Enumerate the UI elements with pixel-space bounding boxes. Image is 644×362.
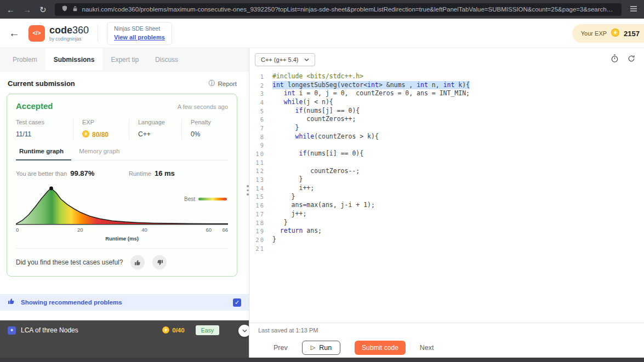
code-text: countZeros--; — [272, 167, 360, 176]
line-number: 3 — [249, 90, 272, 97]
recommended-problems-overlay: ✦ LCA of three Nodes 0/40 Easy — [0, 320, 249, 358]
code-line[interactable]: 17 j++; — [249, 210, 644, 219]
browser-menu-icon[interactable] — [630, 4, 637, 14]
collapse-panel-button[interactable] — [238, 325, 249, 337]
code-text: while(countZeros > k){ — [272, 133, 379, 141]
left-panel: Problem Submissions Expert tip Discuss C… — [0, 48, 249, 358]
x-tick-label: 60 — [206, 227, 212, 233]
line-number: 6 — [249, 116, 272, 123]
code-line[interactable]: 6 countZeros++; — [249, 115, 644, 124]
stat-test-cases: Test cases 11/11 — [16, 119, 73, 139]
line-number: 14 — [249, 185, 272, 192]
submit-code-button[interactable]: Submit code — [355, 341, 406, 355]
code-editor[interactable]: 1#include <bits/stdc++.h>2int longestSub… — [249, 71, 644, 323]
exp-pill[interactable]: Your EXP 2157 — [572, 24, 644, 43]
code-line[interactable]: 3 int i = 0, j = 0, countZeros = 0, ans … — [249, 89, 644, 98]
code-line[interactable]: 7 } — [249, 124, 644, 133]
code-text: } — [272, 193, 295, 202]
code-line[interactable]: 21 — [249, 244, 644, 253]
code-line[interactable]: 19 return ans; — [249, 227, 644, 235]
code-text: countZeros++; — [272, 115, 356, 124]
code-text: if(nums[j] == 0){ — [272, 107, 360, 116]
back-button[interactable]: ← — [9, 27, 20, 39]
line-number: 2 — [249, 82, 272, 89]
main-content: Problem Submissions Expert tip Discuss C… — [0, 48, 644, 358]
view-all-problems-link[interactable]: View all problems — [114, 34, 165, 41]
report-button[interactable]: ⓘ Report — [208, 79, 237, 88]
code-line[interactable]: 8 while(countZeros > k){ — [249, 133, 644, 141]
code360-logo[interactable]: </> code360 by codingninjas — [29, 25, 89, 42]
action-bar: Prev ▷ Run Submit code Next — [249, 337, 644, 358]
problem-title: LCA of three Nodes — [21, 326, 78, 334]
language-select[interactable]: C++ (g++ 5.4) — [255, 53, 315, 66]
recommended-problem-item[interactable]: ✦ LCA of three Nodes 0/40 Easy — [0, 320, 249, 335]
code-text: } — [272, 175, 303, 184]
line-number: 19 — [249, 228, 272, 234]
card-divider — [16, 248, 228, 249]
code-text: ans=max(ans, j-i + 1); — [272, 201, 375, 210]
code-line[interactable]: 5 if(nums[j] == 0){ — [249, 107, 644, 116]
recommended-banner: Showing recommended problems ✓ — [0, 294, 249, 311]
code-line[interactable]: 14 i++; — [249, 184, 644, 193]
browser-forward-icon[interactable]: → — [23, 5, 31, 14]
code-text: j++; — [272, 210, 306, 219]
recommended-checkbox[interactable]: ✓ — [233, 298, 241, 307]
app-header: ← </> code360 by codingninjas Ninjas SDE… — [0, 19, 644, 48]
code-line[interactable]: 20} — [249, 235, 644, 244]
code-text: } — [272, 219, 288, 227]
x-tick-label: 40 — [141, 227, 147, 233]
reset-code-icon[interactable] — [628, 55, 635, 65]
code-line[interactable]: 12 countZeros--; — [249, 167, 644, 176]
address-bar[interactable]: naukri.com/code360/problems/maximum-cons… — [55, 3, 622, 16]
status-badge: Accepted — [16, 101, 53, 111]
coin-icon — [162, 326, 169, 335]
tab-memory-graph[interactable]: Memory graph — [71, 148, 127, 160]
code-line[interactable]: 1#include <bits/stdc++.h> — [249, 72, 644, 81]
coin-icon — [82, 130, 89, 139]
graph-tab-bar: Runtime graph Memory graph — [16, 148, 228, 160]
code-line[interactable]: 16 ans=max(ans, j-i + 1); — [249, 201, 644, 210]
code-line[interactable]: 18 } — [249, 219, 644, 227]
thumbs-down-button[interactable] — [152, 255, 167, 269]
tab-submissions[interactable]: Submissions — [45, 48, 103, 71]
problem-exp: 0/40 — [162, 326, 184, 335]
browser-chrome: ← → ↻ naukri.com/code360/problems/maximu… — [0, 0, 644, 19]
thumbs-up-icon — [8, 297, 15, 307]
code-text: while(j < n){ — [272, 98, 333, 107]
shield-icon — [61, 4, 68, 14]
browser-back-icon[interactable]: ← — [7, 5, 15, 14]
code-line[interactable]: 15 } — [249, 193, 644, 202]
browser-reload-icon[interactable]: ↻ — [39, 5, 47, 14]
next-button[interactable]: Next — [420, 344, 434, 352]
tab-discuss[interactable]: Discuss — [147, 48, 186, 71]
code-line[interactable]: 9 — [249, 141, 644, 150]
code-line[interactable]: 4 while(j < n){ — [249, 98, 644, 107]
code-line[interactable]: 10 if(nums[i] == 0){ — [249, 150, 644, 158]
line-number: 1 — [249, 73, 272, 80]
tab-bar: Problem Submissions Expert tip Discuss — [0, 48, 249, 71]
code-line[interactable]: 11 — [249, 158, 644, 167]
line-number: 18 — [249, 220, 272, 226]
submission-time: A few seconds ago — [178, 104, 228, 110]
tab-problem[interactable]: Problem — [4, 48, 45, 71]
thumbs-up-button[interactable] — [130, 255, 145, 269]
line-number: 12 — [249, 168, 272, 174]
code-line[interactable]: 13 } — [249, 175, 644, 184]
timer-icon[interactable] — [611, 54, 619, 65]
editor-toolbar: C++ (g++ 5.4) — [249, 48, 644, 71]
stat-language: Language C++ — [129, 119, 181, 139]
run-button[interactable]: ▷ Run — [302, 341, 340, 355]
better-than-label: You are better than — [16, 170, 67, 177]
feedback-question: Did you find these test cases useful? — [16, 258, 123, 266]
code-text: int i = 0, j = 0, countZeros = 0, ans = … — [272, 89, 470, 98]
tab-runtime-graph[interactable]: Runtime graph — [16, 148, 71, 160]
code-text: } — [272, 124, 299, 133]
play-icon: ▷ — [311, 344, 315, 351]
runtime-distribution-chart: Best — [16, 183, 228, 226]
panel-resize-handle[interactable] — [247, 185, 249, 196]
best-gradient-pill — [198, 198, 227, 200]
code-line[interactable]: 2int longestSubSeg(vector<int> &nums , i… — [249, 81, 644, 90]
exp-value: 2157 — [624, 30, 640, 38]
tab-expert-tip[interactable]: Expert tip — [102, 48, 147, 71]
prev-button[interactable]: Prev — [273, 344, 288, 352]
